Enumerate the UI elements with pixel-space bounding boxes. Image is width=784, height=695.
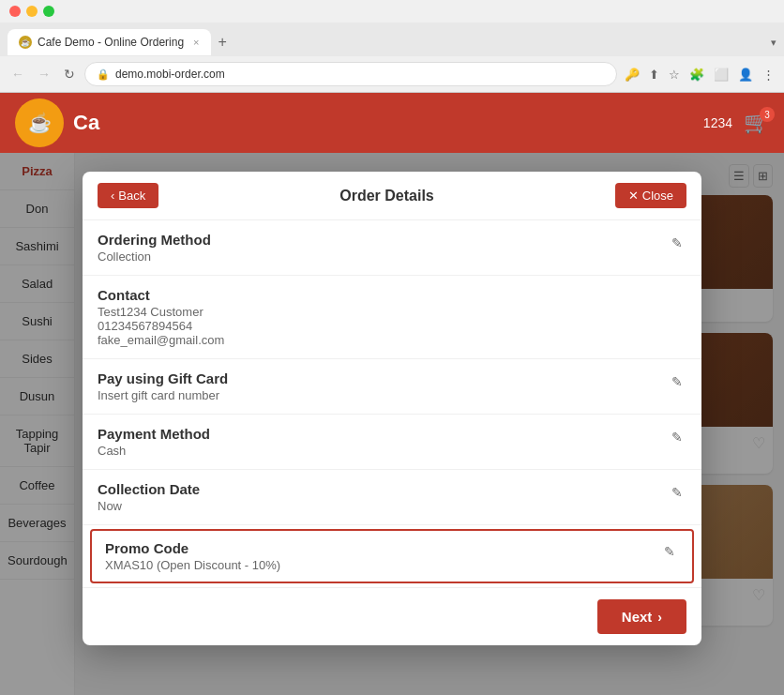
order-row-promo-code: Promo Code XMAS10 (Open Discount - 10%) … (90, 529, 694, 583)
cart-badge: 3 (760, 107, 775, 122)
traffic-light-red[interactable] (9, 6, 21, 17)
modal-close-button[interactable]: ✕ Close (615, 183, 686, 208)
payment-method-edit-btn[interactable]: ✎ (668, 426, 686, 448)
promo-code-label: Promo Code (105, 540, 660, 556)
contact-label: Contact (98, 287, 686, 303)
active-tab[interactable]: ☕ Cafe Demo - Online Ordering × (8, 29, 211, 55)
new-tab-btn[interactable]: + (211, 34, 234, 51)
header-right: 1234 🛒 3 (703, 111, 769, 135)
payment-method-content: Payment Method Cash (98, 426, 668, 458)
content-area: Pizza Don Sashimi Salad Sushi Sides Dusu… (0, 153, 784, 695)
page: ☕ Ca 1234 🛒 3 Pizza Don Sashimi Salad (0, 93, 784, 695)
next-label: Next (622, 609, 653, 625)
site-header: ☕ Ca 1234 🛒 3 (0, 93, 784, 153)
contact-value: Test1234 Customer01234567894564fake_emai… (98, 305, 686, 347)
address-input[interactable]: 🔒 demo.mobi-order.com (84, 62, 617, 86)
next-arrow-icon: › (657, 610, 662, 625)
tab-title: Cafe Demo - Online Ordering (38, 36, 184, 49)
traffic-light-yellow[interactable] (26, 6, 38, 17)
url-display: demo.mobi-order.com (115, 68, 225, 81)
ordering-method-content: Ordering Method Collection (98, 232, 668, 264)
browser-puzzle-btn[interactable]: 🧩 (687, 66, 706, 83)
payment-method-value: Cash (98, 444, 668, 458)
ordering-method-value: Collection (98, 249, 668, 264)
traffic-light-green[interactable] (43, 6, 54, 17)
browser-star-btn[interactable]: ☆ (667, 66, 682, 83)
site-logo: ☕ (15, 98, 64, 147)
modal-title: Order Details (158, 188, 615, 204)
modal-back-button[interactable]: ‹ Back (98, 183, 158, 208)
tab-overflow-btn[interactable]: ▾ (771, 37, 776, 49)
promo-code-value: XMAS10 (Open Discount - 10%) (105, 558, 660, 572)
tab-bar: ☕ Cafe Demo - Online Ordering × + ▾ (0, 23, 784, 56)
collection-date-edit-btn[interactable]: ✎ (668, 481, 686, 504)
order-details-modal: ‹ Back Order Details ✕ Close Ordering Me… (83, 172, 701, 645)
forward-nav-btn[interactable]: → (34, 65, 54, 83)
ordering-method-label: Ordering Method (98, 232, 668, 248)
address-bar: ← → ↻ 🔒 demo.mobi-order.com 🔑 ⬆ ☆ 🧩 ⬜ 👤 … (0, 56, 784, 92)
modal-footer: Next › (83, 587, 701, 645)
browser-key-btn[interactable]: 🔑 (623, 66, 641, 83)
gift-card-label: Pay using Gift Card (98, 370, 668, 386)
order-row-contact: Contact Test1234 Customer01234567894564f… (83, 276, 701, 359)
order-row-ordering-method: Ordering Method Collection ✎ (83, 220, 701, 276)
gift-card-content: Pay using Gift Card Insert gift card num… (98, 370, 668, 402)
site-name: Ca (73, 111, 99, 135)
order-row-gift-card: Pay using Gift Card Insert gift card num… (83, 359, 701, 415)
tab-favicon: ☕ (19, 36, 32, 49)
back-nav-btn[interactable]: ← (8, 65, 28, 83)
browser-share-btn[interactable]: ⬆ (647, 66, 661, 83)
collection-date-value: Now (98, 499, 668, 513)
gift-card-value: Insert gift card number (98, 388, 668, 402)
header-phone: 1234 (703, 115, 732, 130)
contact-content: Contact Test1234 Customer01234567894564f… (98, 287, 686, 347)
order-row-payment-method: Payment Method Cash ✎ (83, 415, 701, 470)
lock-icon: 🔒 (97, 68, 110, 81)
close-x-icon: ✕ (628, 189, 639, 203)
gift-card-edit-btn[interactable]: ✎ (668, 370, 686, 393)
browser-menu-btn[interactable]: ⋮ (761, 66, 776, 83)
logo-icon: ☕ (28, 112, 52, 134)
modal-body: Ordering Method Collection ✎ Contact Tes… (83, 220, 701, 583)
promo-code-content: Promo Code XMAS10 (Open Discount - 10%) (105, 540, 660, 572)
payment-method-label: Payment Method (98, 426, 668, 442)
order-row-collection-date: Collection Date Now ✎ (83, 470, 701, 525)
collection-date-label: Collection Date (98, 481, 668, 497)
ordering-method-edit-btn[interactable]: ✎ (668, 232, 686, 254)
promo-code-edit-btn[interactable]: ✎ (660, 540, 679, 563)
cart-button[interactable]: 🛒 3 (744, 111, 769, 135)
browser-chrome: ☕ Cafe Demo - Online Ordering × + ▾ ← → … (0, 0, 784, 93)
reload-btn[interactable]: ↻ (60, 65, 79, 83)
browser-account-btn[interactable]: 👤 (736, 66, 755, 83)
traffic-lights (0, 0, 784, 23)
collection-date-content: Collection Date Now (98, 481, 668, 513)
tab-close-btn[interactable]: × (193, 37, 199, 48)
next-button[interactable]: Next › (597, 599, 686, 634)
modal-header: ‹ Back Order Details ✕ Close (83, 172, 701, 220)
back-arrow-icon: ‹ (111, 189, 114, 203)
modal-overlay[interactable]: ‹ Back Order Details ✕ Close Ordering Me… (0, 153, 784, 695)
browser-tablet-btn[interactable]: ⬜ (712, 66, 731, 83)
